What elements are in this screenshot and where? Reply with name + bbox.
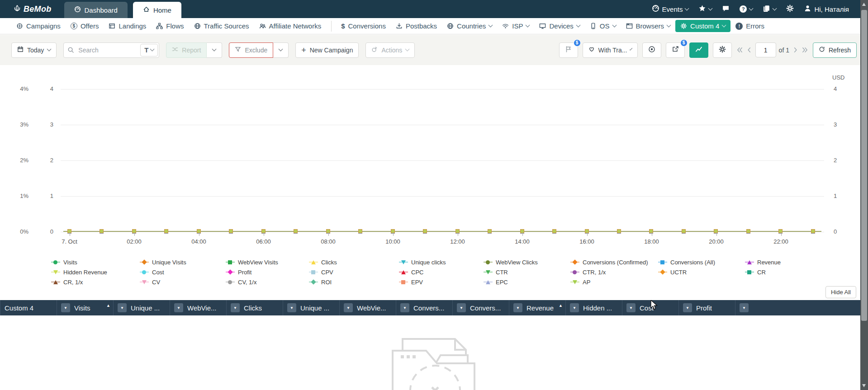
scroll-up-icon[interactable] [862,3,866,6]
column-settings-button[interactable] [713,42,732,58]
new-campaign-button[interactable]: + New Campaign [295,42,359,58]
filter-icon[interactable] [231,303,240,312]
nav-item[interactable]: OS [585,20,621,32]
favorites-menu[interactable] [698,5,712,14]
nav-item[interactable]: Flows [151,20,189,32]
legend-item[interactable]: Conversions (Confirmed) [567,257,655,267]
legend-item[interactable]: CTR, 1/x [567,267,655,277]
legend-item[interactable]: CV, 1/x [222,277,305,287]
nav-item[interactable]: ! Errors [730,20,769,32]
nav-item[interactable]: $ Conversions [336,20,391,32]
legend-item[interactable]: WebView Visits [222,257,305,267]
legend-item[interactable]: Cost [136,267,222,277]
filter-icon[interactable] [570,303,579,312]
nav-item[interactable]: Traffic Sources [189,20,254,32]
table-column-header[interactable]: WebVie... ▲ [339,300,396,315]
legend-item[interactable]: EPV [395,277,480,287]
filter-icon[interactable] [626,303,636,312]
table-column-header[interactable]: Convers... ▲ [396,300,452,315]
chart-toggle-button[interactable] [689,42,708,58]
legend-item[interactable]: EPC [480,277,567,287]
pages-menu[interactable] [763,5,776,14]
table-column-header[interactable]: ▲ [735,300,792,315]
table-column-header[interactable]: Unique ... ▲ [283,300,339,315]
nav-item[interactable]: $ Offers [66,20,104,32]
table-column-header[interactable]: Unique ... ▲ [113,300,170,315]
table-column-header[interactable]: Clicks ▲ [226,300,283,315]
visibility-button[interactable] [642,42,661,58]
filter-icon[interactable] [683,303,692,312]
next-page-icon[interactable] [792,47,799,53]
legend-item[interactable]: Clicks [305,257,395,267]
hide-all-button[interactable]: Hide All [825,286,856,298]
legend-item[interactable]: Conversions (All) [655,257,741,267]
vertical-scrollbar[interactable] [860,0,868,390]
workspace-tab[interactable]: Dashboard [64,2,128,18]
prev-page-icon[interactable] [746,47,753,53]
filter-icon[interactable] [400,303,409,312]
filter-icon[interactable] [118,303,127,312]
legend-item[interactable]: Visits [47,257,136,267]
legend-item[interactable]: CR, 1/x [47,277,136,287]
filter-icon[interactable] [740,303,749,312]
scrollbar-thumb[interactable] [861,10,867,321]
filter-icon[interactable] [344,303,353,312]
filter-icon[interactable] [61,303,70,312]
account-menu[interactable]: Hi, Наталія [804,5,849,14]
legend-item[interactable]: Unique clicks [395,257,480,267]
table-column-header[interactable]: WebVie... ▲ [170,300,226,315]
nav-item[interactable]: Postbacks [391,20,442,32]
filter-icon[interactable] [513,303,522,312]
refresh-button[interactable]: Refresh [813,42,857,58]
legend-item[interactable]: ROI [305,277,395,287]
exclude-button[interactable]: Exclude [229,42,273,58]
table-column-header[interactable]: Profit ▲ [678,300,735,315]
traffic-filter-dropdown[interactable]: With Tra... [583,42,638,58]
exclude-dropdown-button[interactable] [273,42,289,58]
legend-item[interactable]: WebView Clicks [480,257,567,267]
legend-item[interactable]: AP [567,277,655,287]
search-type-button[interactable]: T [140,44,158,56]
report-dropdown-button[interactable] [207,42,222,58]
first-page-icon[interactable] [736,47,743,53]
nav-item[interactable]: Devices [534,20,584,32]
legend-item[interactable]: CTR [480,267,567,277]
filter-icon[interactable] [457,303,466,312]
legend-item[interactable]: CV [136,277,222,287]
filter-icon[interactable] [287,303,296,312]
table-column-header[interactable]: Convers... ▲ [452,300,509,315]
nav-item[interactable]: Browsers [621,20,676,32]
legend-item[interactable]: CPV [305,267,395,277]
legend-item[interactable]: Profit [222,267,305,277]
flag-button[interactable]: $ [559,42,578,58]
nav-item[interactable]: Affiliate Networks [254,20,327,32]
settings-button[interactable] [786,5,794,14]
table-column-header[interactable]: Custom 4 ▲ [0,300,57,315]
legend-item[interactable]: Unique Visits [136,257,222,267]
legend-item[interactable]: Hidden Revenue [47,267,136,277]
legend-item[interactable]: CR [741,267,823,277]
legend-item[interactable]: Revenue [741,257,823,267]
table-column-header[interactable]: Revenue ▲ [509,300,565,315]
events-menu[interactable]: Events [652,5,689,14]
nav-item[interactable]: Campaigns [11,20,66,32]
actions-button[interactable]: Actions [365,42,415,58]
report-button[interactable]: Report [166,42,207,58]
legend-item[interactable]: CPC [395,267,480,277]
nav-item[interactable]: Countries [442,20,497,32]
table-column-header[interactable]: Visits ▲ [57,300,113,315]
last-page-icon[interactable] [802,47,808,53]
nav-item[interactable]: Custom 4 [675,20,730,32]
nav-item[interactable]: ISP [497,20,534,32]
scroll-down-icon[interactable] [862,384,866,387]
date-range-button[interactable]: Today [11,42,57,58]
filter-icon[interactable] [174,303,183,312]
nav-item[interactable]: Landings [104,20,151,32]
export-button[interactable]: $ [666,42,685,58]
table-column-header[interactable]: Hidden ... ▲ [565,300,622,315]
page-input[interactable] [755,42,776,57]
legend-item[interactable]: UCTR [655,267,741,277]
workspace-tab[interactable]: Home [133,2,181,18]
bemob-logo[interactable]: BeMob [0,0,64,18]
feedback-button[interactable] [722,5,730,14]
